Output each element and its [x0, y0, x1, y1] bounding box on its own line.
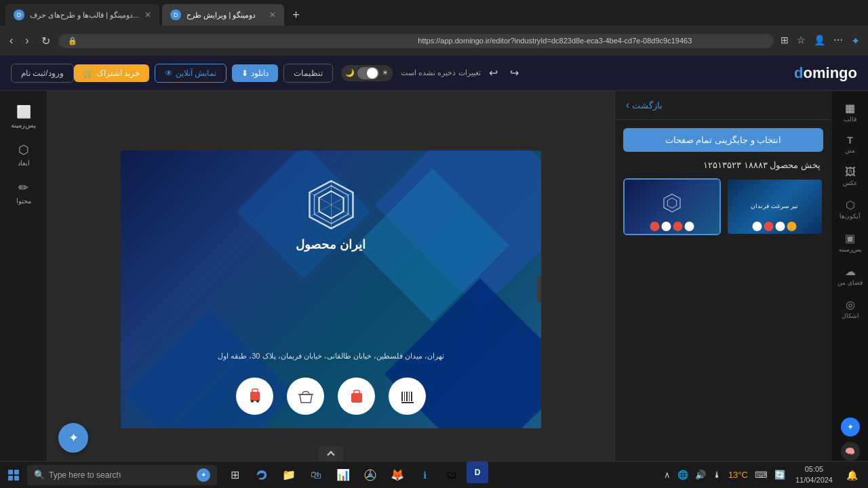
canvas-next-arrow[interactable]: [537, 277, 541, 302]
notification-button[interactable]: 🔔: [841, 462, 863, 489]
task-view-button[interactable]: ⊞: [222, 462, 247, 489]
thumb1-img: [625, 180, 719, 234]
copilot-icon[interactable]: ✦: [848, 32, 863, 50]
more-icon[interactable]: ⋯: [831, 32, 846, 50]
dark-light-toggle[interactable]: 🌙 ☀: [341, 65, 393, 81]
thumb2-icons: [753, 222, 797, 231]
tab1-close[interactable]: ✕: [144, 10, 151, 20]
svg-rect-16: [411, 392, 412, 401]
thumb2-img: تير سرعت فرندان: [728, 180, 823, 234]
ai-panel-button[interactable]: ✦: [841, 418, 860, 436]
icon-basket[interactable]: [287, 378, 324, 415]
battery-icon: 🌡: [711, 470, 724, 480]
canvas-address: تهران، میدان فلسطین، خیابان طالقانی، خیا…: [218, 352, 444, 361]
powerpoint-button[interactable]: 📊: [331, 462, 355, 489]
content-icon: ✏: [18, 180, 28, 195]
svg-marker-19: [667, 198, 677, 208]
sidebar-text[interactable]: T متن: [834, 129, 867, 159]
icon-bag[interactable]: [338, 378, 375, 415]
nav-bar: ‹ › ↻ 🔒 https://app.domingo.ir/editor?in…: [0, 26, 868, 56]
ti22: [764, 222, 774, 231]
canvas-logo-text: ایران محصول: [296, 237, 366, 252]
canvas-wrapper: ایران محصول تهران، میدان فلسطین، خیابان …: [107, 91, 555, 488]
buy-subscription-button[interactable]: 🛒 خرید اشتراک: [74, 64, 149, 82]
canvas-area: ایران محصول تهران، میدان فلسطین، خیابان …: [47, 91, 614, 488]
sidebar-shapes[interactable]: ◎ اشکال: [834, 293, 867, 325]
refresh-button[interactable]: ↻: [37, 32, 54, 50]
browser-button[interactable]: ℹ: [412, 462, 437, 489]
sidebar-background[interactable]: ▣ پس‌زمینه: [834, 226, 867, 258]
new-tab-button[interactable]: +: [287, 8, 305, 22]
address-bar[interactable]: 🔒 https://app.domingo.ir/editor?industry…: [58, 34, 774, 48]
forward-button[interactable]: ›: [21, 32, 33, 49]
signin-button[interactable]: ورود/ثبت نام: [11, 64, 74, 83]
settings-button[interactable]: تنظیمات: [283, 64, 333, 83]
edge-button[interactable]: [250, 462, 274, 489]
icon-barcode[interactable]: [389, 378, 426, 415]
explorer-button[interactable]: 📁: [277, 462, 301, 489]
taskbar-app-icons: ⊞ 📁 🛍 📊 🦊 ℹ 🗂 D: [222, 462, 488, 489]
back-button[interactable]: بازگشت ›: [626, 99, 663, 111]
chrome-button[interactable]: [358, 462, 382, 489]
firefox-button[interactable]: 🦊: [385, 462, 410, 489]
domingo-button[interactable]: D: [467, 462, 488, 483]
tab1-label: دومینگو | قالب‌ها و طرح‌های حرف...: [30, 11, 139, 20]
scroll-up-button[interactable]: [319, 446, 343, 462]
taskbar-search[interactable]: 🔍 Type here to search ✦: [27, 465, 217, 485]
template-icon: ▦: [845, 102, 855, 115]
download-button[interactable]: ⬇ دانلود: [232, 64, 278, 82]
thumbnail-2[interactable]: تير سرعت فرندان: [726, 178, 824, 235]
sidebar-photo[interactable]: 🖼 عکس: [834, 161, 867, 192]
back-button[interactable]: ‹: [5, 32, 17, 49]
svg-rect-14: [406, 392, 408, 401]
svg-point-8: [251, 400, 254, 403]
files-button[interactable]: 🗂: [439, 462, 464, 489]
background-sidebar-icon: ▣: [845, 232, 855, 245]
undo-button[interactable]: ↩: [485, 64, 502, 82]
sidebar-icons[interactable]: ⬡ آیکون‌ها: [834, 193, 867, 225]
profile-icon[interactable]: 👤: [811, 32, 828, 50]
sidebar-template[interactable]: ▦ قالب: [834, 96, 867, 128]
shapes-icon: ⬡: [18, 142, 29, 157]
keyboard-icon[interactable]: ⌨: [753, 470, 770, 480]
online-preview-button[interactable]: 👁 نمایش آنلاین: [155, 64, 226, 83]
svg-point-9: [256, 400, 259, 403]
volume-icon[interactable]: 🔊: [693, 470, 708, 480]
tool-background[interactable]: ⬜ پس‌زمینه: [4, 99, 43, 134]
text-icon: T: [847, 135, 853, 146]
tab-2[interactable]: D دومینگو | ویرایش طرح ✕: [162, 4, 284, 26]
taskbar-right: ∧ 🌐 🔊 🌡 13°C ⌨ 🔄 05:05 11/04/2024 🔔: [662, 462, 868, 489]
tool-shapes[interactable]: ⬡ ابعاد: [4, 137, 43, 172]
tab2-favicon: D: [170, 9, 181, 20]
thumb2-inner: تير سرعت فرندان: [728, 180, 823, 234]
temperature-text: 13°C: [726, 470, 750, 480]
start-button[interactable]: [0, 462, 27, 489]
cortana-button[interactable]: ✦: [197, 468, 210, 482]
network-icon[interactable]: 🌐: [675, 470, 690, 480]
cortana-icon: ✦: [201, 471, 206, 479]
ti23: [776, 222, 785, 231]
sidebar-myspace[interactable]: ☁ فضای من: [834, 260, 867, 291]
tool-content[interactable]: ✏ محتوا: [4, 175, 43, 210]
extensions-icon[interactable]: ⊞: [778, 32, 791, 50]
product-title: پخش محصول ۱۸۸۸۳ ۱۲۵۱۳۵۲۳: [623, 160, 823, 170]
store-button[interactable]: 🛍: [304, 462, 328, 489]
chevron-up-icon[interactable]: ∧: [662, 470, 673, 480]
brain-icon-button[interactable]: 🧠: [841, 442, 860, 461]
tab1-favicon: D: [14, 9, 24, 20]
ai-assistant-button[interactable]: ✦: [58, 423, 88, 453]
redo-button[interactable]: ↪: [506, 64, 523, 82]
thumb1-inner: [625, 180, 719, 234]
canvas-frame[interactable]: ایران محصول تهران، میدان فلسطین، خیابان …: [121, 150, 541, 428]
ti1: [650, 222, 659, 231]
system-clock[interactable]: 05:05 11/04/2024: [790, 464, 838, 485]
favorites-icon[interactable]: ☆: [794, 32, 808, 50]
tab2-close[interactable]: ✕: [269, 10, 276, 20]
update-icon[interactable]: 🔄: [772, 470, 787, 480]
panel-header: بازگشت ›: [615, 91, 831, 120]
thumbnail-1[interactable]: [623, 178, 721, 235]
tab-1[interactable]: D دومینگو | قالب‌ها و طرح‌های حرف... ✕: [5, 4, 159, 26]
icon-shop[interactable]: [236, 378, 273, 415]
select-all-pages-button[interactable]: انتخاب و جایگزینی تمام صفحات: [623, 128, 823, 152]
canvas-bottom-icons: [236, 378, 426, 415]
